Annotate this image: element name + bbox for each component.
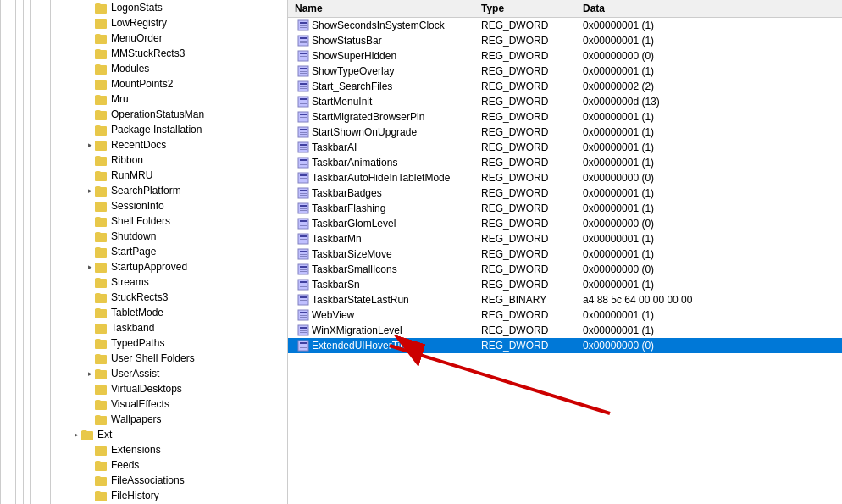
- registry-row[interactable]: TaskbarAIREG_DWORD0x00000001 (1): [288, 140, 842, 155]
- column-header-data[interactable]: Data: [576, 2, 842, 15]
- registry-row[interactable]: ShowTypeOverlayREG_DWORD0x00000001 (1): [288, 64, 842, 79]
- tree-item-menuorder[interactable]: MenuOrder: [51, 30, 287, 46]
- tree-item-shellfolders[interactable]: Shell Folders: [51, 213, 287, 229]
- reg-icon-svg: [297, 19, 309, 31]
- registry-entry-data: 0x00000001 (1): [576, 309, 842, 321]
- tree-item-ext[interactable]: ▸Ext: [51, 427, 287, 442]
- svg-rect-77: [300, 302, 307, 302]
- svg-rect-27: [300, 114, 307, 115]
- registry-row[interactable]: TaskbarSnREG_DWORD0x00000001 (1): [288, 277, 842, 292]
- tree-item-recentdocs[interactable]: ▸RecentDocs: [51, 137, 287, 152]
- tree-item-logonstats[interactable]: LogonStats: [51, 0, 287, 15]
- reg-icon-svg: [297, 279, 309, 291]
- folder-icon: [95, 246, 108, 258]
- reg-icon-svg: [297, 324, 309, 336]
- registry-row[interactable]: ShowSuperHiddenREG_DWORD0x00000000 (0): [288, 48, 842, 64]
- registry-entry-name: WinXMigrationLevel: [288, 324, 474, 336]
- registry-row[interactable]: ShowSecondsInSystemClockREG_DWORD0x00000…: [288, 18, 842, 33]
- tree-item-taskband[interactable]: Taskband: [51, 320, 287, 335]
- reg-icon-svg: [297, 157, 309, 169]
- tree-item-operationstatusman[interactable]: OperationStatusMan: [51, 107, 287, 122]
- column-header-type[interactable]: Type: [474, 2, 576, 15]
- tree-item-streams[interactable]: Streams: [51, 274, 287, 290]
- tree-expand-icon[interactable]: ▸: [85, 186, 95, 195]
- tree-item-label: MenuOrder: [111, 32, 163, 44]
- registry-row[interactable]: StartMenuInitREG_DWORD0x0000000d (13): [288, 94, 842, 109]
- tree-item-mru[interactable]: Mru: [51, 91, 287, 107]
- reg-icon-svg: [297, 65, 309, 77]
- tree-item-lowregistry[interactable]: LowRegistry: [51, 15, 287, 30]
- tree-item-stuckrects3[interactable]: StuckRects3: [51, 290, 287, 305]
- tree-item-filehistory[interactable]: FileHistory: [51, 488, 287, 503]
- registry-row[interactable]: Start_SearchFilesREG_DWORD0x00000002 (2): [288, 79, 842, 94]
- registry-row[interactable]: TaskbarAnimationsREG_DWORD0x00000001 (1): [288, 155, 842, 170]
- tree-item-fileassociations[interactable]: FileAssociations: [51, 473, 287, 488]
- tree-item-typedpaths[interactable]: TypedPaths: [51, 335, 287, 351]
- tree-item-tabletmode[interactable]: TabletMode: [51, 305, 287, 320]
- folder-icon: [95, 352, 108, 364]
- tree-item-mountpoints2[interactable]: MountPoints2: [51, 76, 287, 91]
- folder-icon: [95, 459, 108, 471]
- registry-row[interactable]: TaskbarBadgesREG_DWORD0x00000001 (1): [288, 186, 842, 201]
- tree-expand-icon[interactable]: ▸: [85, 369, 95, 378]
- registry-entry-icon: [295, 218, 312, 230]
- registry-row[interactable]: TaskbarSmallIconsREG_DWORD0x00000000 (0): [288, 262, 842, 277]
- tree-item-runmru[interactable]: RunMRU: [51, 168, 287, 183]
- tree-item-visualeffects[interactable]: VisualEffects: [51, 396, 287, 412]
- registry-row[interactable]: TaskbarMnREG_DWORD0x00000001 (1): [288, 231, 842, 246]
- tree-item-wallpapers[interactable]: Wallpapers: [51, 412, 287, 427]
- registry-entry-name-label: TaskbarBadges: [312, 187, 382, 199]
- tree-item-label: User Shell Folders: [111, 352, 195, 364]
- tree-item-ribbon[interactable]: Ribbon: [51, 152, 287, 168]
- registry-entry-type: REG_DWORD: [474, 141, 576, 153]
- tree-item-usershellfolders[interactable]: User Shell Folders: [51, 351, 287, 366]
- registry-row[interactable]: ExtendedUIHoverTimeREG_DWORD0x00000000 (…: [288, 338, 842, 353]
- registry-entry-name: Start_SearchFiles: [288, 80, 474, 92]
- registry-entry-type: REG_DWORD: [474, 248, 576, 260]
- tree-expand-icon[interactable]: ▸: [85, 141, 95, 149]
- registry-row[interactable]: StartShownOnUpgradeREG_DWORD0x00000001 (…: [288, 125, 842, 140]
- svg-rect-76: [300, 300, 307, 301]
- registry-entry-icon: [295, 126, 312, 138]
- tree-item-extensions[interactable]: Extensions: [51, 442, 287, 457]
- tree-item-label: FileHistory: [111, 490, 159, 501]
- tree-item-mmstuckrects3[interactable]: MMStuckRects3: [51, 46, 287, 61]
- tree-item-startupapproved[interactable]: ▸StartupApproved: [51, 259, 287, 274]
- svg-rect-15: [300, 68, 307, 69]
- svg-rect-37: [300, 149, 307, 150]
- registry-row[interactable]: TaskbarSizeMoveREG_DWORD0x00000001 (1): [288, 246, 842, 262]
- registry-row[interactable]: ShowStatusBarREG_DWORD0x00000001 (1): [288, 33, 842, 48]
- svg-rect-72: [300, 285, 307, 285]
- tree-item-modules[interactable]: Modules: [51, 61, 287, 76]
- registry-entry-name-label: ShowTypeOverlay: [312, 65, 394, 77]
- registry-entry-icon: [295, 248, 312, 260]
- svg-rect-73: [300, 286, 307, 287]
- registry-entry-data: 0x00000000 (0): [576, 263, 842, 275]
- registry-row[interactable]: StartMigratedBrowserPinREG_DWORD0x000000…: [288, 109, 842, 125]
- tree-item-feeds[interactable]: Feeds: [51, 457, 287, 473]
- registry-entry-data: 0x00000001 (1): [576, 65, 842, 77]
- registry-row[interactable]: TaskbarGlomLevelREG_DWORD0x00000000 (0): [288, 216, 842, 231]
- tree-expand-icon[interactable]: ▸: [71, 430, 81, 439]
- column-header-name[interactable]: Name: [288, 2, 474, 15]
- registry-entry-type: REG_DWORD: [474, 279, 576, 291]
- registry-entry-icon: [295, 111, 312, 123]
- tree-item-startpage[interactable]: StartPage: [51, 244, 287, 259]
- tree-item-shutdown[interactable]: Shutdown: [51, 229, 287, 244]
- registry-row[interactable]: TaskbarStateLastRunREG_BINARYa4 88 5c 64…: [288, 292, 842, 307]
- tree-item-packageinstallation[interactable]: Package Installation: [51, 122, 287, 137]
- tree-expand-icon[interactable]: ▸: [85, 263, 95, 271]
- registry-row[interactable]: WinXMigrationLevelREG_DWORD0x00000001 (1…: [288, 323, 842, 338]
- tree-item-searchplatform[interactable]: ▸SearchPlatform: [51, 183, 287, 198]
- svg-rect-85: [300, 332, 307, 333]
- registry-entry-icon: [295, 294, 312, 306]
- svg-rect-75: [300, 296, 307, 298]
- registry-row[interactable]: TaskbarAutoHideInTabletModeREG_DWORD0x00…: [288, 170, 842, 186]
- registry-row[interactable]: TaskbarFlashingREG_DWORD0x00000001 (1): [288, 201, 842, 216]
- tree-item-sessioninfo[interactable]: SessionInfo: [51, 198, 287, 213]
- tree-item-userassist[interactable]: ▸UserAssist: [51, 366, 287, 381]
- registry-row[interactable]: WebViewREG_DWORD0x00000001 (1): [288, 307, 842, 323]
- folder-icon: [95, 444, 108, 456]
- registry-entry-name-label: TaskbarMn: [312, 233, 362, 245]
- tree-item-virtualdesktops[interactable]: VirtualDesktops: [51, 381, 287, 396]
